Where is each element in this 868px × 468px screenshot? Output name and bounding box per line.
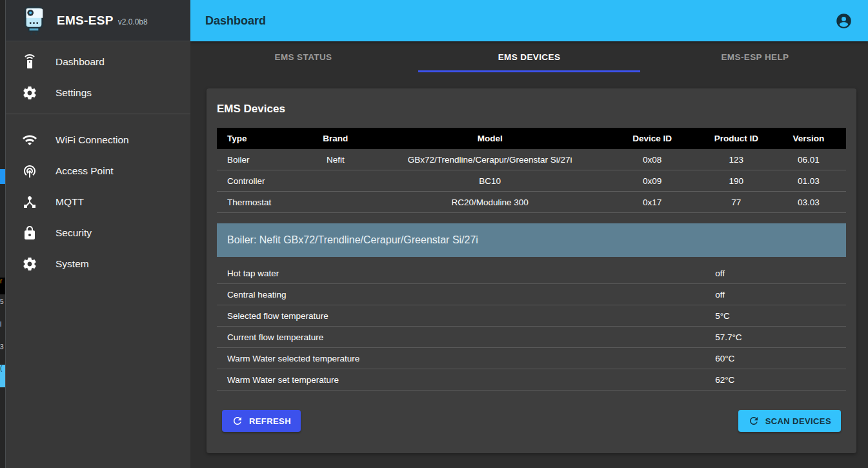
tab[interactable]: EMS-ESP HELP [642, 41, 868, 72]
detail-value: off [715, 269, 846, 278]
scan-devices-button-label: SCAN DEVICES [765, 416, 831, 426]
detail-label: Current flow temperature [217, 332, 715, 342]
gear-icon [22, 85, 37, 101]
refresh-button[interactable]: REFRESH [222, 410, 301, 432]
sidebar-item[interactable]: MQTT [6, 187, 190, 218]
sidebar-item-label: System [56, 258, 89, 270]
sidebar-network-group: WiFi Connection Access Point MQTT Securi… [6, 119, 190, 280]
scan-devices-button[interactable]: SCAN DEVICES [738, 410, 841, 432]
edge-fragment: 3 [0, 343, 5, 352]
device-type: Thermostat [217, 198, 294, 207]
wifi-tethering-icon [22, 163, 37, 179]
app-name: EMS-ESP [57, 14, 114, 28]
detail-row: Selected flow temperature 5°C [217, 305, 846, 327]
device-version: 03.03 [771, 198, 846, 207]
card-actions: REFRESH SCAN DEVICES [217, 410, 846, 432]
main-content: EMS STATUS EMS DEVICES EMS-ESP HELP EMS … [190, 41, 868, 468]
sidebar-item-label: Settings [56, 87, 92, 99]
edge-fragment: l [0, 321, 5, 330]
device-details-list: Hot tap water off Central heating off Se… [217, 263, 846, 391]
lock-icon [22, 225, 37, 241]
device-product-id: 123 [701, 155, 771, 165]
device-version: 01.03 [771, 176, 846, 186]
column-header-version: Version [771, 134, 846, 143]
device-id: 0x09 [603, 176, 701, 186]
tab-bar: EMS STATUS EMS DEVICES EMS-ESP HELP [190, 41, 868, 72]
column-header-type: Type [217, 134, 294, 143]
detail-value: 5°C [715, 311, 846, 321]
edge-fragment [0, 169, 5, 184]
device-model: RC20/Moduline 300 [377, 198, 603, 207]
ems-devices-card: EMS Devices Type Brand Model Device ID P… [207, 88, 856, 453]
edge-fragment: ( [0, 365, 5, 387]
boiler-logo-icon [22, 5, 46, 36]
detail-value: off [715, 290, 846, 300]
selected-device-banner-text: Boiler: Nefit GBx72/Trendline/Cerapur/Gr… [227, 234, 478, 246]
refresh-icon [748, 415, 760, 427]
column-header-brand: Brand [294, 134, 377, 143]
refresh-button-label: REFRESH [249, 416, 291, 426]
column-header-device-id: Device ID [603, 134, 701, 143]
sidebar-item[interactable]: WiFi Connection [6, 125, 190, 156]
sidebar-nav: Dashboard Settings WiFi Connection Acces [6, 41, 190, 280]
device-type: Controller [217, 176, 294, 186]
app-version: v2.0.0b8 [118, 15, 148, 26]
detail-label: Hot tap water [217, 269, 715, 278]
settings-remote-icon [22, 54, 37, 70]
tab-label: EMS STATUS [274, 52, 332, 62]
tab[interactable]: EMS DEVICES [416, 41, 642, 72]
device-row[interactable]: Controller BC10 0x09 190 01.03 [217, 170, 846, 192]
sidebar-item-label: Dashboard [56, 56, 105, 68]
column-header-product-id: Product ID [701, 134, 771, 143]
device-row[interactable]: Boiler Nefit GBx72/Trendline/Cerapur/Gre… [217, 149, 846, 170]
device-model: BC10 [377, 176, 603, 186]
selected-device-banner: Boiler: Nefit GBx72/Trendline/Cerapur/Gr… [217, 223, 846, 257]
device-model: GBx72/Trendline/Cerapur/Greenstar Si/27i [377, 155, 603, 165]
device-row[interactable]: Thermostat RC20/Moduline 300 0x17 77 03.… [217, 192, 846, 213]
gear-icon [22, 256, 37, 272]
tab[interactable]: EMS STATUS [190, 41, 416, 72]
refresh-icon [232, 415, 243, 427]
account-circle-icon[interactable] [835, 12, 853, 30]
sidebar-item[interactable]: Dashboard [6, 46, 190, 77]
device-type: Boiler [217, 155, 294, 165]
detail-row: Central heating off [217, 284, 846, 305]
detail-row: Current flow temperature 57.7°C [217, 327, 846, 348]
device-id: 0x08 [603, 155, 701, 165]
devices-table-header: Type Brand Model Device ID Product ID Ve… [217, 128, 846, 149]
tab-label: EMS DEVICES [498, 52, 561, 62]
sidebar-item[interactable]: Security [6, 218, 190, 249]
device-product-id: 190 [701, 176, 771, 186]
edge-fragment: 5 [0, 298, 5, 307]
edge-fragment: r [0, 278, 5, 294]
detail-value: 60°C [715, 354, 846, 363]
column-header-model: Model [377, 134, 603, 143]
sidebar-item[interactable]: Settings [6, 77, 190, 108]
detail-label: Warm Water selected temperature [217, 354, 715, 363]
detail-row: Warm Water set temperature 62°C [217, 369, 846, 391]
sidebar-item-label: WiFi Connection [56, 134, 129, 146]
detail-value: 57.7°C [715, 332, 846, 342]
sidebar-divider [6, 114, 190, 114]
sidebar-item-label: MQTT [56, 196, 84, 208]
detail-row: Hot tap water off [217, 263, 846, 284]
sidebar-item-label: Security [56, 227, 92, 239]
sidebar-item-label: Access Point [56, 165, 114, 177]
device-hub-icon [22, 194, 37, 210]
page-edge-underlay: r5l3( [0, 0, 5, 468]
detail-label: Selected flow temperature [217, 311, 715, 321]
sidebar-item[interactable]: Access Point [6, 156, 190, 187]
app-logo-area: EMS-ESP v2.0.0b8 [6, 0, 190, 41]
app-header: Dashboard [190, 0, 868, 41]
detail-value: 62°C [715, 375, 846, 385]
sidebar-item[interactable]: System [6, 249, 190, 280]
devices-table: Type Brand Model Device ID Product ID Ve… [217, 128, 846, 213]
sidebar-main-group: Dashboard Settings [6, 41, 190, 108]
detail-label: Central heating [217, 290, 715, 300]
device-version: 06.01 [771, 155, 846, 165]
tab-label: EMS-ESP HELP [721, 52, 789, 62]
device-id: 0x17 [603, 198, 701, 207]
detail-label: Warm Water set temperature [217, 375, 715, 385]
sidebar: EMS-ESP v2.0.0b8 Dashboard Settings [5, 0, 190, 468]
device-brand: Nefit [294, 155, 377, 165]
